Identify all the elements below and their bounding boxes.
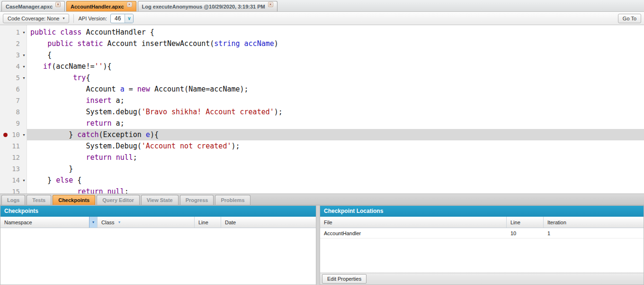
checkpoint-location-row[interactable]: AccountHandler101: [320, 228, 644, 239]
line-gutter[interactable]: 9: [0, 118, 27, 129]
table-cell: 10: [507, 228, 544, 238]
code-line[interactable]: 2 public static Account insertNewAccount…: [0, 38, 644, 49]
bottom-panels: Checkpoints Namespace▼Class▼LineDate Che…: [0, 205, 644, 285]
code-coverage-dropdown[interactable]: Code Coverage: None ▾: [3, 14, 69, 23]
column-header-label: Line: [198, 220, 208, 225]
code-editor[interactable]: 1▾public class AccountHandler {2 public …: [0, 25, 644, 193]
tool-tab-tests[interactable]: Tests: [27, 195, 51, 205]
line-gutter[interactable]: 5▾: [0, 72, 27, 83]
line-gutter[interactable]: 8: [0, 106, 27, 118]
code-token: '': [94, 62, 103, 71]
checkpoints-table-body[interactable]: [0, 228, 316, 285]
close-icon[interactable]: ✕: [127, 2, 132, 7]
code-token: e: [146, 130, 150, 139]
column-header-file[interactable]: File: [320, 217, 507, 228]
code-token: (accName!=: [52, 62, 94, 71]
code-token: a;: [112, 96, 125, 105]
tool-tab-view-state[interactable]: View State: [141, 195, 179, 205]
code-line[interactable]: 15 return null;: [0, 186, 644, 193]
code-line[interactable]: 11 System.Debug('Account not created');: [0, 140, 644, 152]
column-menu-icon[interactable]: ▼: [89, 217, 97, 228]
fold-arrow-icon[interactable]: ▾: [21, 64, 27, 69]
line-gutter[interactable]: 7: [0, 95, 27, 106]
column-header-date[interactable]: Date: [221, 217, 316, 228]
code-token: a: [120, 85, 125, 93]
code-line[interactable]: 10▾ } catch(Exception e){: [0, 129, 644, 140]
line-gutter[interactable]: 1▾: [0, 27, 27, 38]
line-gutter[interactable]: 6: [0, 83, 27, 95]
line-gutter[interactable]: 13: [0, 163, 27, 175]
line-number: 9: [16, 120, 21, 127]
editor-tab[interactable]: Log executeAnonymous @10/29/2020, 3:19:3…: [138, 1, 277, 11]
line-gutter[interactable]: 15: [0, 186, 27, 193]
code-token: a;: [112, 119, 125, 128]
code-token: ;: [125, 187, 129, 193]
tool-tab-logs[interactable]: Logs: [1, 195, 25, 205]
code-token: 'Bravo shikha! Account created': [142, 108, 274, 116]
tool-tab-checkpoints[interactable]: Checkpoints: [53, 195, 95, 205]
column-header-label: Class: [101, 220, 115, 225]
line-gutter[interactable]: 3▾: [0, 49, 27, 61]
column-header-iteration[interactable]: Iteration: [544, 217, 644, 228]
code-line[interactable]: 3▾ {: [0, 49, 644, 61]
column-header-class[interactable]: Class▼: [98, 217, 195, 228]
column-header-line[interactable]: Line: [195, 217, 221, 228]
column-header-line[interactable]: Line: [507, 217, 544, 228]
line-gutter[interactable]: 11: [0, 140, 27, 152]
chevron-down-icon[interactable]: ∨: [125, 14, 133, 23]
code-line-text: insert a;: [27, 95, 644, 106]
go-to-button[interactable]: Go To: [618, 14, 641, 23]
line-gutter[interactable]: 12: [0, 152, 27, 163]
code-token: return: [86, 153, 111, 162]
fold-arrow-icon[interactable]: ▾: [21, 76, 27, 80]
column-header-namespace[interactable]: Namespace▼: [0, 217, 98, 228]
panel-splitter[interactable]: [316, 205, 320, 285]
code-line[interactable]: 9 return a;: [0, 118, 644, 129]
code-line-text: } else {: [27, 175, 644, 186]
line-gutter[interactable]: 2: [0, 38, 27, 49]
code-token: 'Account not created': [142, 142, 232, 150]
tool-tab-progress[interactable]: Progress: [180, 195, 214, 205]
api-version-select[interactable]: 46 ∨: [110, 14, 134, 23]
code-token: Account insertNewAccount(: [103, 39, 215, 48]
code-line[interactable]: 1▾public class AccountHandler {: [0, 27, 644, 38]
line-gutter[interactable]: 14▾: [0, 175, 27, 186]
code-line-text: return a;: [27, 118, 644, 129]
column-header-label: Line: [510, 220, 520, 225]
code-token: {: [30, 51, 52, 59]
code-token: (Exception: [99, 130, 146, 139]
tool-tab-problems[interactable]: Problems: [215, 195, 250, 205]
code-token: AccountHandler {: [81, 28, 154, 37]
editor-tab[interactable]: CaseManager.apxc✕: [1, 1, 65, 11]
close-icon[interactable]: ✕: [268, 2, 273, 7]
editor-tab[interactable]: AccountHandler.apxc✕: [66, 1, 136, 11]
line-gutter[interactable]: 10▾: [0, 129, 27, 140]
close-icon[interactable]: ✕: [55, 2, 61, 7]
table-cell: 1: [544, 228, 644, 238]
code-token: [30, 62, 43, 71]
sort-arrow-icon[interactable]: ▼: [118, 221, 121, 224]
fold-arrow-icon[interactable]: ▾: [21, 30, 27, 35]
code-line[interactable]: 8 System.debug('Bravo shikha! Account cr…: [0, 106, 644, 118]
breakpoint-icon[interactable]: [3, 133, 8, 137]
line-gutter[interactable]: 4▾: [0, 61, 27, 72]
fold-arrow-icon[interactable]: ▾: [21, 133, 27, 137]
line-number: 12: [12, 154, 21, 161]
code-token: null: [116, 153, 133, 162]
code-line[interactable]: 13 }: [0, 163, 644, 175]
code-line-text: public static Account insertNewAccount(s…: [27, 38, 644, 49]
code-line[interactable]: 14▾ } else {: [0, 175, 644, 186]
tool-tab-query-editor[interactable]: Query Editor: [97, 195, 140, 205]
code-line[interactable]: 12 return null;: [0, 152, 644, 163]
fold-arrow-icon[interactable]: ▾: [21, 178, 27, 183]
code-token: [30, 119, 86, 128]
editor-tab-label: CaseManager.apxc: [6, 4, 53, 9]
code-line[interactable]: 6 Account a = new Account(Name=accName);: [0, 83, 644, 95]
fold-arrow-icon[interactable]: ▾: [21, 53, 27, 57]
code-line[interactable]: 4▾ if(accName!=''){: [0, 61, 644, 72]
checkpoint-locations-body[interactable]: AccountHandler101: [320, 228, 644, 273]
code-line[interactable]: 7 insert a;: [0, 95, 644, 106]
code-token: [240, 39, 244, 48]
edit-properties-button[interactable]: Edit Properties: [322, 274, 367, 284]
code-line[interactable]: 5▾ try{: [0, 72, 644, 83]
